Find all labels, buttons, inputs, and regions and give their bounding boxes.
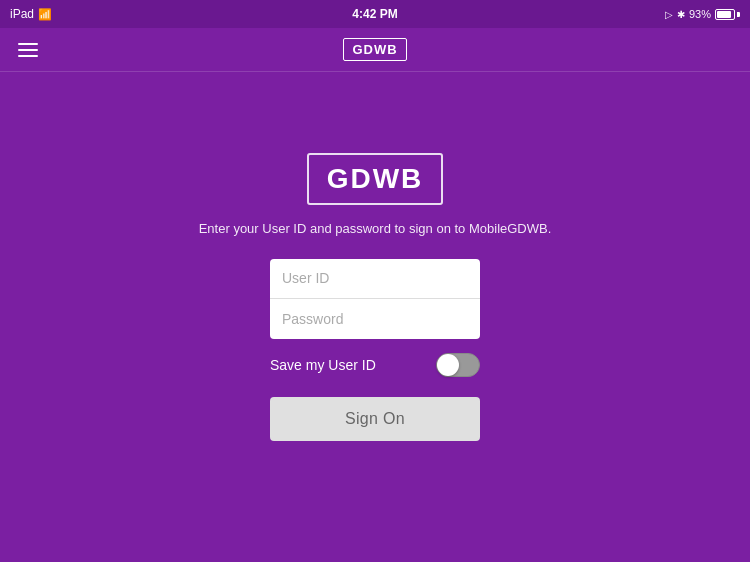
nav-logo: GDWB xyxy=(343,38,406,61)
status-time: 4:42 PM xyxy=(352,7,397,21)
sign-on-button[interactable]: Sign On xyxy=(270,397,480,441)
hamburger-line-1 xyxy=(18,43,38,45)
main-content: GDWB Enter your User ID and password to … xyxy=(0,72,750,562)
save-user-id-label: Save my User ID xyxy=(270,357,376,373)
status-right: ▷ ✱ 93% xyxy=(665,8,740,20)
password-input[interactable] xyxy=(270,299,480,339)
toggle-knob xyxy=(437,354,459,376)
save-userid-toggle[interactable] xyxy=(436,353,480,377)
status-left: iPad 📶 xyxy=(10,7,52,21)
location-icon: ▷ xyxy=(665,9,673,20)
bluetooth-icon: ✱ xyxy=(677,9,685,20)
device-label: iPad xyxy=(10,7,34,21)
save-user-id-row: Save my User ID xyxy=(270,353,480,377)
hamburger-line-3 xyxy=(18,55,38,57)
battery-icon xyxy=(715,9,740,20)
hamburger-line-2 xyxy=(18,49,38,51)
battery-percent: 93% xyxy=(689,8,711,20)
logo-subtitle: Enter your User ID and password to sign … xyxy=(199,219,552,239)
status-bar: iPad 📶 4:42 PM ▷ ✱ 93% xyxy=(0,0,750,28)
app-logo: GDWB xyxy=(307,153,444,205)
logo-container: GDWB Enter your User ID and password to … xyxy=(199,153,552,239)
wifi-icon: 📶 xyxy=(38,8,52,21)
userid-input[interactable] xyxy=(270,259,480,299)
nav-bar: GDWB xyxy=(0,28,750,72)
menu-button[interactable] xyxy=(12,37,44,63)
login-form: Save my User ID Sign On xyxy=(270,259,480,441)
